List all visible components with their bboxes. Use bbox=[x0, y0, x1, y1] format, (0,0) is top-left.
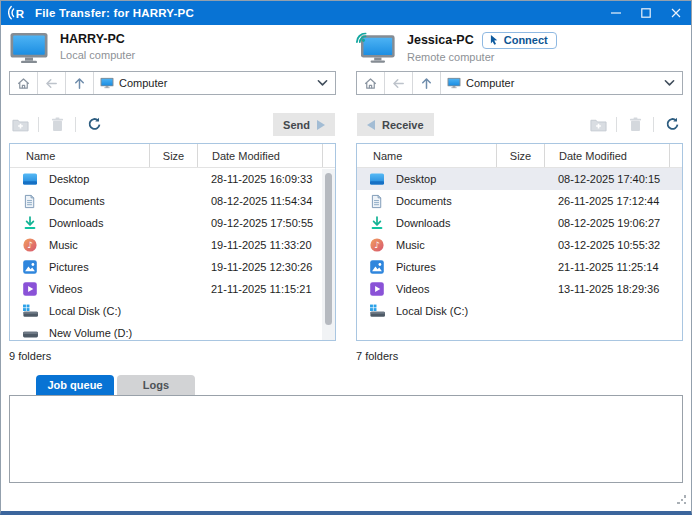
send-label: Send bbox=[283, 119, 310, 131]
remote-monitor-icon bbox=[356, 32, 396, 64]
pictures-icon bbox=[22, 259, 39, 275]
column-header-size[interactable]: Size bbox=[150, 144, 198, 167]
connect-button[interactable]: Connect bbox=[482, 32, 557, 49]
file-name: Documents bbox=[386, 195, 497, 207]
tab-logs[interactable]: Logs bbox=[117, 375, 195, 395]
up-arrow-icon bbox=[419, 76, 434, 91]
remote-status-text: 7 folders bbox=[356, 350, 683, 362]
local-list-header: Name Size Date Modified bbox=[10, 144, 335, 168]
list-item[interactable]: Documents 26-11-2025 17:12:44 bbox=[357, 190, 682, 212]
send-button[interactable]: Send bbox=[273, 113, 335, 136]
minimize-button[interactable] bbox=[601, 1, 631, 25]
maximize-button[interactable] bbox=[631, 1, 661, 25]
list-item[interactable]: Videos 13-11-2025 18:29:36 bbox=[357, 278, 682, 300]
vertical-scrollbar[interactable] bbox=[322, 169, 335, 340]
send-triangle-icon bbox=[317, 120, 325, 130]
file-name: Documents bbox=[39, 195, 150, 207]
local-new-folder-button[interactable] bbox=[10, 116, 30, 134]
list-item[interactable]: Pictures 21-11-2025 11:25:14 bbox=[357, 256, 682, 278]
remote-delete-button[interactable] bbox=[625, 116, 645, 134]
file-name: Videos bbox=[39, 283, 150, 295]
downloads-icon bbox=[369, 215, 386, 231]
list-item[interactable]: Downloads 08-12-2025 19:06:27 bbox=[357, 212, 682, 234]
file-date: 26-11-2025 17:12:44 bbox=[545, 195, 665, 207]
scrollbar-thumb[interactable] bbox=[325, 173, 332, 325]
column-header-name[interactable]: Name bbox=[10, 144, 150, 167]
back-button[interactable] bbox=[385, 72, 413, 94]
chevron-down-icon bbox=[664, 79, 675, 87]
file-name: Downloads bbox=[39, 217, 150, 229]
column-header-size[interactable]: Size bbox=[497, 144, 545, 167]
back-arrow-icon bbox=[391, 76, 406, 91]
local-breadcrumb[interactable]: Computer bbox=[94, 72, 309, 94]
list-item[interactable]: New Volume (D:) bbox=[10, 322, 335, 341]
file-date: 19-11-2025 11:33:20 bbox=[198, 239, 318, 251]
videos-icon bbox=[369, 281, 386, 297]
tab-job-queue[interactable]: Job queue bbox=[36, 375, 114, 395]
list-item[interactable]: Desktop 28-11-2025 16:09:33 bbox=[10, 168, 335, 190]
desktop-icon bbox=[22, 171, 39, 187]
list-item[interactable]: Local Disk (C:) bbox=[357, 300, 682, 322]
local-navigation-bar: Computer bbox=[9, 71, 336, 95]
file-transfer-window: File Transfer: for HARRY-PC HARRY-PC Loc… bbox=[0, 0, 692, 515]
file-name: Desktop bbox=[39, 173, 150, 185]
file-date: 21-11-2025 11:25:14 bbox=[545, 261, 665, 273]
local-path-dropdown[interactable] bbox=[309, 72, 335, 94]
back-button[interactable] bbox=[38, 72, 66, 94]
local-refresh-button[interactable] bbox=[84, 116, 104, 134]
list-item[interactable]: Music 19-11-2025 11:33:20 bbox=[10, 234, 335, 256]
column-header-name[interactable]: Name bbox=[357, 144, 497, 167]
home-button[interactable] bbox=[10, 72, 38, 94]
list-item[interactable]: Downloads 09-12-2025 17:50:55 bbox=[10, 212, 335, 234]
chevron-down-icon bbox=[317, 79, 328, 87]
column-header-date[interactable]: Date Modified bbox=[545, 144, 670, 167]
file-date: 19-11-2025 12:30:26 bbox=[198, 261, 318, 273]
local-status-text: 9 folders bbox=[9, 350, 336, 362]
trash-icon bbox=[51, 117, 64, 132]
pictures-icon bbox=[369, 259, 386, 275]
list-item[interactable]: Documents 08-12-2025 11:54:34 bbox=[10, 190, 335, 212]
drive-icon bbox=[22, 325, 39, 341]
home-button[interactable] bbox=[357, 72, 385, 94]
receive-button[interactable]: Receive bbox=[357, 113, 434, 136]
system-drive-icon bbox=[22, 303, 39, 319]
remote-file-list: Name Size Date Modified Desktop 08-12-20… bbox=[356, 143, 683, 341]
remote-list-header: Name Size Date Modified bbox=[357, 144, 682, 168]
remote-panel: Jessica-PC Connect Remote computer Compu… bbox=[356, 31, 683, 362]
downloads-icon bbox=[22, 215, 39, 231]
remote-path-dropdown[interactable] bbox=[656, 72, 682, 94]
job-queue-panel bbox=[9, 395, 683, 483]
remote-new-folder-button[interactable] bbox=[588, 116, 608, 134]
local-computer-name: HARRY-PC bbox=[60, 32, 125, 47]
file-date: 28-11-2025 16:09:33 bbox=[198, 173, 318, 185]
remote-navigation-bar: Computer bbox=[356, 71, 683, 95]
tab-bar: Job queue Logs bbox=[9, 375, 683, 395]
remote-breadcrumb[interactable]: Computer bbox=[441, 72, 656, 94]
music-icon bbox=[22, 237, 39, 253]
column-header-date[interactable]: Date Modified bbox=[198, 144, 323, 167]
resize-grip[interactable] bbox=[677, 495, 686, 504]
file-name: Music bbox=[386, 239, 497, 251]
file-date: 03-12-2025 10:55:32 bbox=[545, 239, 665, 251]
list-item-selected[interactable]: Desktop 08-12-2025 17:40:15 bbox=[357, 168, 682, 190]
file-name: Music bbox=[39, 239, 150, 251]
local-delete-button[interactable] bbox=[47, 116, 67, 134]
up-button[interactable] bbox=[413, 72, 441, 94]
connect-label: Connect bbox=[504, 34, 548, 46]
up-button[interactable] bbox=[66, 72, 94, 94]
close-button[interactable] bbox=[661, 1, 691, 25]
list-item[interactable]: Music 03-12-2025 10:55:32 bbox=[357, 234, 682, 256]
trash-icon bbox=[629, 117, 642, 132]
file-name: Local Disk (C:) bbox=[386, 305, 497, 317]
remote-toolbar: Receive bbox=[356, 112, 683, 137]
title-bar: File Transfer: for HARRY-PC bbox=[1, 1, 691, 25]
local-monitor-icon bbox=[9, 32, 49, 64]
list-item[interactable]: Local Disk (C:) bbox=[10, 300, 335, 322]
desktop-icon bbox=[369, 171, 386, 187]
list-item[interactable]: Videos 21-11-2025 11:15:21 bbox=[10, 278, 335, 300]
receive-label: Receive bbox=[382, 119, 424, 131]
refresh-icon bbox=[665, 117, 680, 132]
remote-refresh-button[interactable] bbox=[662, 116, 682, 134]
list-item[interactable]: Pictures 19-11-2025 12:30:26 bbox=[10, 256, 335, 278]
remote-computer-header: Jessica-PC Connect Remote computer bbox=[356, 31, 683, 67]
